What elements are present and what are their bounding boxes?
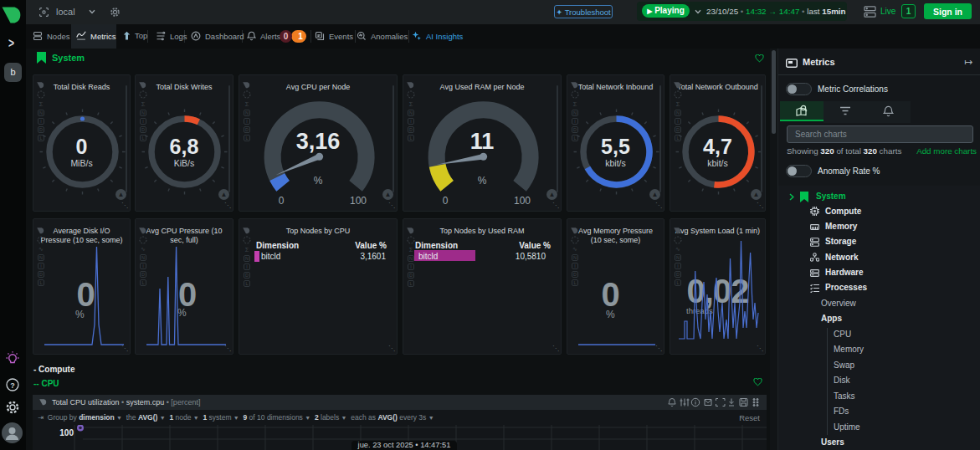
svg-text:?: ?: [10, 381, 15, 390]
